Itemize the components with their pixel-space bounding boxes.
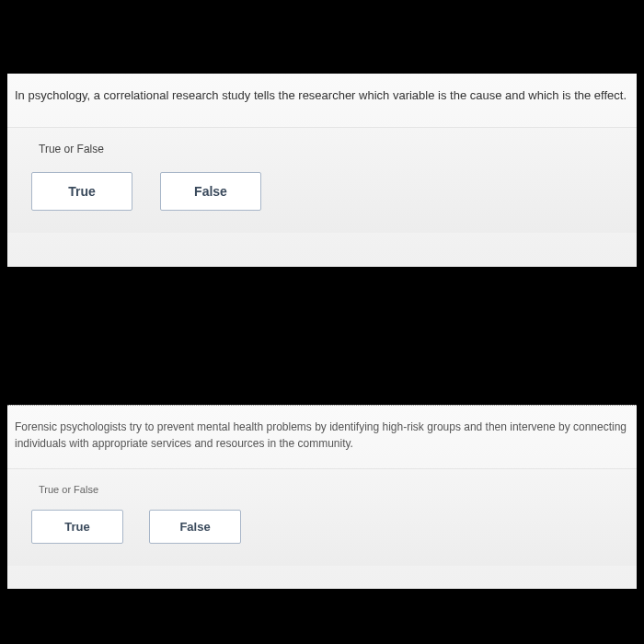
button-row: True False — [7, 510, 637, 544]
prompt-label: True or False — [7, 484, 637, 510]
button-row: True False — [7, 172, 637, 211]
false-button[interactable]: False — [149, 510, 241, 544]
question-text: Forensic psychologists try to prevent me… — [7, 406, 637, 469]
answer-section: True or False True False — [7, 469, 637, 566]
question-text: In psychology, a correlational research … — [7, 74, 637, 128]
prompt-label: True or False — [7, 143, 637, 172]
true-button[interactable]: True — [31, 172, 132, 211]
question-card-2: Forensic psychologists try to prevent me… — [7, 405, 637, 589]
true-button[interactable]: True — [31, 510, 123, 544]
question-card-1: In psychology, a correlational research … — [7, 74, 637, 267]
false-button[interactable]: False — [160, 172, 261, 211]
answer-section: True or False True False — [7, 128, 637, 233]
